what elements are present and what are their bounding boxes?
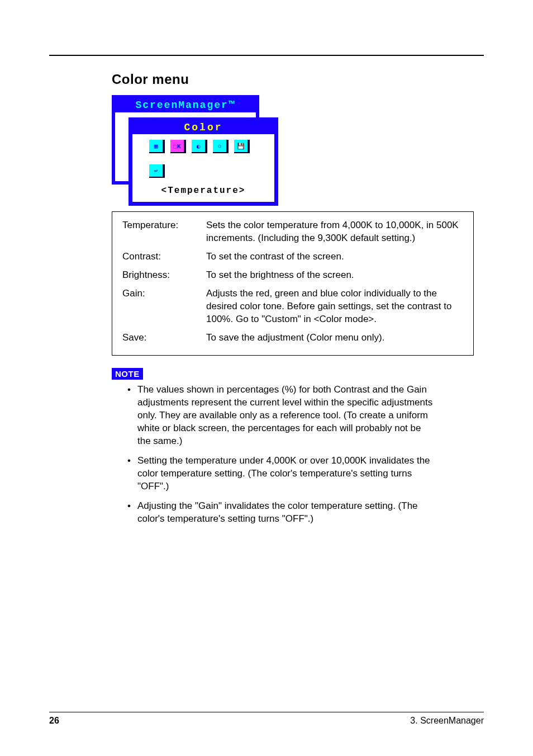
definition-row: TemperatureSets the color temperature fr… xyxy=(122,219,463,244)
save-icon[interactable]: 💾 xyxy=(234,140,250,153)
definition-row: BrightnessTo set the brightness of the s… xyxy=(122,268,463,281)
osd-selected-label: Temperature xyxy=(132,186,274,196)
section-title: Color menu xyxy=(112,72,484,87)
definition-row: GainAdjusts the red, green and blue colo… xyxy=(122,287,463,325)
definition-term: Temperature xyxy=(122,219,206,244)
definition-desc: To set the brightness of the screen. xyxy=(206,268,463,281)
note-list: The values shown in percentages (%) for … xyxy=(127,383,435,525)
definition-desc: Adjusts the red, green and blue color in… xyxy=(206,287,463,325)
footer: 26 3. ScreenManager xyxy=(49,712,484,726)
osd-back-title: ScreenManager™ xyxy=(115,98,256,115)
note-item: The values shown in percentages (%) for … xyxy=(127,383,435,447)
definition-row: SaveTo save the adjustment (Color menu o… xyxy=(122,331,463,344)
definition-desc: To set the contrast of the screen. xyxy=(206,250,463,263)
header-rule xyxy=(49,55,484,56)
footer-chapter: 3. ScreenManager xyxy=(410,716,484,726)
definitions-box: TemperatureSets the color temperature fr… xyxy=(112,211,474,356)
definition-term: Contrast xyxy=(122,250,206,263)
contrast-icon[interactable]: ◐ xyxy=(192,140,207,153)
osd-menu: ScreenManager™ Color ▦⬚K◐☼💾↩ Temperature xyxy=(112,95,279,207)
definition-term: Save xyxy=(122,331,206,344)
return-icon[interactable]: ↩ xyxy=(149,164,165,178)
page-number: 26 xyxy=(49,716,59,726)
definition-row: ContrastTo set the contrast of the scree… xyxy=(122,250,463,263)
footer-rule xyxy=(49,712,484,712)
note-item: Setting the temperature under 4,000K or … xyxy=(127,454,435,493)
brightness-icon[interactable]: ☼ xyxy=(213,140,229,153)
osd-front-window: Color ▦⬚K◐☼💾↩ Temperature xyxy=(129,117,278,206)
osd-front-title: Color xyxy=(132,121,274,134)
color-mode-icon[interactable]: ▦ xyxy=(149,140,165,153)
osd-icon-row: ▦⬚K◐☼💾↩ xyxy=(132,134,274,180)
definition-desc: Sets the color temperature from 4,000K t… xyxy=(206,219,463,244)
note-item: Adjusting the "Gain" invalidates the col… xyxy=(127,499,435,525)
definition-desc: To save the adjustment (Color menu only)… xyxy=(206,331,463,344)
temperature-icon[interactable]: ⬚K xyxy=(170,140,186,153)
note-badge: NOTE xyxy=(112,368,143,380)
definition-term: Gain xyxy=(122,287,206,325)
definition-term: Brightness xyxy=(122,268,206,281)
